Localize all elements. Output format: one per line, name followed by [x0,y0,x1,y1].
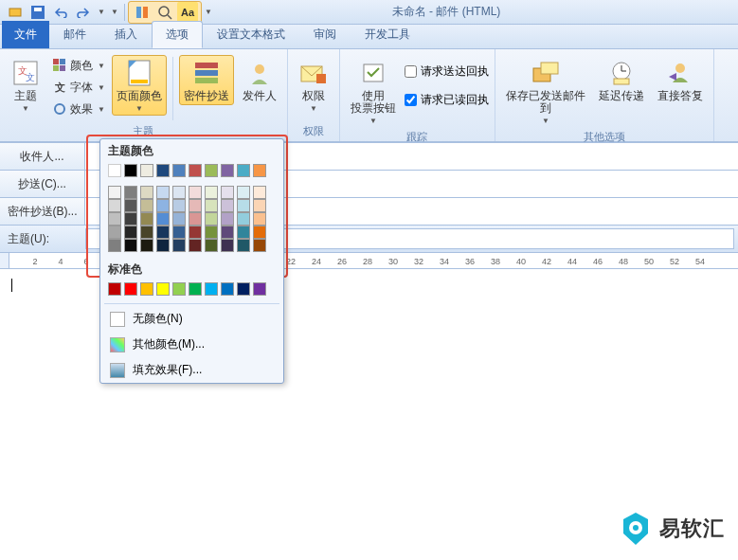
color-swatch[interactable] [189,199,202,212]
direct-reply-button[interactable]: 直接答复 [653,55,708,105]
color-swatch[interactable] [237,199,250,212]
color-swatch[interactable] [221,199,234,212]
color-swatch[interactable] [124,226,137,239]
color-swatch[interactable] [108,239,121,252]
color-swatch[interactable] [140,239,153,252]
no-color-item[interactable]: 无颜色(N) [100,306,283,332]
color-swatch[interactable] [172,186,186,199]
color-swatch[interactable] [253,212,266,226]
color-swatch[interactable] [189,212,202,226]
tab-mail[interactable]: 邮件 [49,21,100,48]
color-swatch[interactable] [140,164,153,177]
more-colors-item[interactable]: 其他颜色(M)... [100,332,283,357]
color-swatch[interactable] [140,282,153,296]
color-swatch[interactable] [205,164,218,177]
color-swatch[interactable] [108,199,121,212]
color-swatch[interactable] [172,199,186,212]
color-swatch[interactable] [156,282,170,296]
color-swatch[interactable] [108,212,121,226]
save-sent-button[interactable]: 保存已发送邮件 到 ▼ [501,55,590,128]
color-swatch[interactable] [156,199,170,212]
color-swatch[interactable] [205,282,218,296]
color-swatch[interactable] [172,164,186,177]
color-swatch[interactable] [253,239,266,252]
to-button[interactable]: 收件人... [0,143,85,170]
color-swatch[interactable] [156,164,170,177]
color-swatch[interactable] [156,186,170,199]
color-swatch[interactable] [221,186,234,199]
tab-review[interactable]: 审阅 [299,21,351,48]
color-swatch[interactable] [205,226,218,239]
color-swatch[interactable] [140,199,153,212]
redo-icon[interactable] [73,2,94,23]
color-swatch[interactable] [189,186,202,199]
save-icon[interactable] [27,2,48,23]
color-swatch[interactable] [237,226,250,239]
color-swatch[interactable] [221,212,234,226]
read-receipt-checkbox[interactable]: 请求已读回执 [405,89,489,110]
color-swatch[interactable] [237,239,250,252]
color-swatch[interactable] [108,282,121,296]
color-swatch[interactable] [237,282,250,296]
delivery-receipt-checkbox[interactable]: 请求送达回执 [405,61,489,81]
color-swatch[interactable] [108,164,121,177]
color-swatch[interactable] [172,212,186,226]
color-swatch[interactable] [253,186,266,199]
qat-app-icon[interactable] [5,2,26,23]
color-swatch[interactable] [140,226,153,239]
color-swatch[interactable] [124,164,137,177]
qat-customize-arrow[interactable]: ▼ [203,2,214,23]
page-color-button[interactable]: 页面颜色 ▼ [112,55,167,116]
tab-insert[interactable]: 插入 [100,21,152,48]
font-highlight-icon[interactable]: Aa [177,2,198,23]
color-swatch[interactable] [205,186,218,199]
color-swatch[interactable] [253,199,266,212]
color-swatch[interactable] [221,164,234,177]
qat-dropdown-2[interactable]: ▼ [109,2,120,23]
color-swatch[interactable] [124,199,137,212]
color-swatch[interactable] [205,199,218,212]
colors-button[interactable]: 颜色▼ [49,55,108,76]
color-swatch[interactable] [124,186,137,199]
color-swatch[interactable] [172,226,186,239]
color-swatch[interactable] [189,282,202,296]
color-swatch[interactable] [205,212,218,226]
color-swatch[interactable] [140,186,153,199]
color-swatch[interactable] [253,282,266,296]
color-swatch[interactable] [140,212,153,226]
fonts-button[interactable]: 文字体▼ [49,77,108,98]
from-button[interactable]: 发件人 [238,55,281,105]
bcc-button[interactable]: 密件抄送 [179,55,234,105]
color-swatch[interactable] [124,212,137,226]
color-swatch[interactable] [156,239,170,252]
color-swatch[interactable] [172,239,186,252]
tab-file[interactable]: 文件 [2,21,49,48]
color-swatch[interactable] [237,164,250,177]
color-swatch[interactable] [108,186,121,199]
color-swatch[interactable] [172,282,186,296]
permission-button[interactable]: 权限 ▼ [294,55,333,116]
tab-options[interactable]: 选项 [152,21,203,48]
color-swatch[interactable] [124,282,137,296]
qat-dropdown-1[interactable]: ▼ [96,2,107,23]
themes-button[interactable]: 文文 主题 ▼ [6,55,45,116]
effects-button[interactable]: 效果▼ [49,99,108,119]
color-swatch[interactable] [156,226,170,239]
color-swatch[interactable] [237,212,250,226]
property-icon[interactable] [132,2,153,23]
color-swatch[interactable] [253,164,266,177]
color-swatch[interactable] [189,239,202,252]
color-swatch[interactable] [221,282,234,296]
cc-button[interactable]: 抄送(C)... [0,171,85,197]
color-swatch[interactable] [205,239,218,252]
tab-format[interactable]: 设置文本格式 [203,21,299,48]
fill-effects-item[interactable]: 填充效果(F)... [100,357,283,383]
delay-delivery-button[interactable]: 延迟传递 [594,55,649,105]
color-swatch[interactable] [253,226,266,239]
color-swatch[interactable] [237,186,250,199]
color-swatch[interactable] [124,239,137,252]
color-swatch[interactable] [221,239,234,252]
zoom-icon[interactable] [154,2,175,23]
color-swatch[interactable] [189,164,202,177]
undo-icon[interactable] [50,2,71,23]
